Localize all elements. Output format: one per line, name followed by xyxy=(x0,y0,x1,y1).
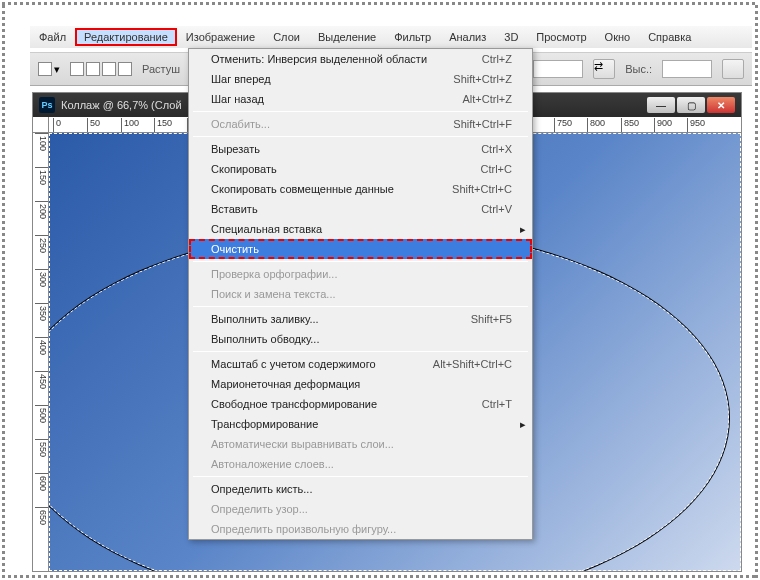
menu-item[interactable]: Определить кисть... xyxy=(189,479,532,499)
marquee-icon xyxy=(38,62,52,76)
menu-item-shortcut: Alt+Shift+Ctrl+C xyxy=(433,358,512,370)
jagged-edge-right xyxy=(755,2,758,578)
menu-item-label: Поиск и замена текста... xyxy=(211,288,336,300)
menu-item[interactable]: Шаг назадAlt+Ctrl+Z xyxy=(189,89,532,109)
ruler-tick: 100 xyxy=(121,118,139,132)
menu-separator xyxy=(193,136,528,137)
menu-edit[interactable]: Редактирование xyxy=(75,28,177,46)
menu-item-label: Определить узор... xyxy=(211,503,308,515)
menu-item[interactable]: Выполнить обводку... xyxy=(189,329,532,349)
menu-select[interactable]: Выделение xyxy=(309,28,385,46)
ruler-tick: 450 xyxy=(35,371,48,389)
menu-item-label: Автоматически выравнивать слои... xyxy=(211,438,394,450)
ruler-tick: 400 xyxy=(35,337,48,355)
menu-item: Определить произвольную фигуру... xyxy=(189,519,532,539)
menu-file[interactable]: Файл xyxy=(30,28,75,46)
selection-subtract-icon[interactable] xyxy=(102,62,116,76)
menu-item[interactable]: ВставитьCtrl+V xyxy=(189,199,532,219)
selection-intersect-icon[interactable] xyxy=(118,62,132,76)
menu-item[interactable]: Марионеточная деформация xyxy=(189,374,532,394)
menu-item-label: Выполнить заливку... xyxy=(211,313,319,325)
ruler-tick: 100 xyxy=(35,133,48,151)
menu-item-label: Очистить xyxy=(211,243,259,255)
submenu-arrow-icon: ▸ xyxy=(520,223,526,236)
menu-item: Поиск и замена текста... xyxy=(189,284,532,304)
ruler-tick: 950 xyxy=(687,118,705,132)
menu-item-shortcut: Ctrl+V xyxy=(481,203,512,215)
menu-item-label: Шаг назад xyxy=(211,93,264,105)
menu-item-shortcut: Shift+Ctrl+Z xyxy=(453,73,512,85)
close-button[interactable]: ✕ xyxy=(707,97,735,113)
ruler-tick: 50 xyxy=(87,118,100,132)
selection-new-icon[interactable] xyxy=(70,62,84,76)
menu-item[interactable]: Выполнить заливку...Shift+F5 xyxy=(189,309,532,329)
menu-item[interactable]: Масштаб с учетом содержимогоAlt+Shift+Ct… xyxy=(189,354,532,374)
menu-item-label: Марионеточная деформация xyxy=(211,378,360,390)
menu-item-shortcut: Ctrl+Z xyxy=(482,53,512,65)
menu-item-shortcut: Ctrl+X xyxy=(481,143,512,155)
menu-filter[interactable]: Фильтр xyxy=(385,28,440,46)
menu-item-shortcut: Shift+Ctrl+F xyxy=(453,118,512,130)
toolbar-btn-end[interactable] xyxy=(722,59,744,79)
ruler-tick: 150 xyxy=(154,118,172,132)
menu-item-label: Определить кисть... xyxy=(211,483,312,495)
menu-item[interactable]: Отменить: Инверсия выделенной областиCtr… xyxy=(189,49,532,69)
height-input[interactable] xyxy=(662,60,712,78)
ruler-tick: 650 xyxy=(35,507,48,525)
width-input[interactable] xyxy=(533,60,583,78)
menu-item[interactable]: Специальная вставка▸ xyxy=(189,219,532,239)
feather-label: Растуш xyxy=(142,63,180,75)
ruler-tick: 150 xyxy=(35,167,48,185)
menu-item-shortcut: Ctrl+C xyxy=(481,163,512,175)
menu-item-label: Отменить: Инверсия выделенной области xyxy=(211,53,427,65)
ruler-corner xyxy=(33,117,49,133)
jagged-edge-top xyxy=(2,2,758,5)
menu-item: Определить узор... xyxy=(189,499,532,519)
menu-item[interactable]: Очистить xyxy=(189,239,532,259)
selection-add-icon[interactable] xyxy=(86,62,100,76)
menu-image[interactable]: Изображение xyxy=(177,28,264,46)
maximize-button[interactable]: ▢ xyxy=(677,97,705,113)
submenu-arrow-icon: ▸ xyxy=(520,418,526,431)
menu-item-shortcut: Alt+Ctrl+Z xyxy=(462,93,512,105)
menu-layers[interactable]: Слои xyxy=(264,28,309,46)
menu-item-shortcut: Shift+Ctrl+C xyxy=(452,183,512,195)
menu-item: Проверка орфографии... xyxy=(189,264,532,284)
menu-item-shortcut: Ctrl+T xyxy=(482,398,512,410)
marquee-tool-picker[interactable]: ▾ xyxy=(38,62,60,76)
ruler-vertical[interactable]: 100150200250300350400450500550600650 xyxy=(33,133,49,571)
menu-item-label: Специальная вставка xyxy=(211,223,322,235)
menu-analysis[interactable]: Анализ xyxy=(440,28,495,46)
menu-item[interactable]: ВырезатьCtrl+X xyxy=(189,139,532,159)
ruler-tick: 850 xyxy=(621,118,639,132)
minimize-button[interactable]: — xyxy=(647,97,675,113)
menu-item[interactable]: Трансформирование▸ xyxy=(189,414,532,434)
ruler-tick: 500 xyxy=(35,405,48,423)
menu-item: Ослабить...Shift+Ctrl+F xyxy=(189,114,532,134)
menu-item-label: Скопировать xyxy=(211,163,277,175)
menu-window[interactable]: Окно xyxy=(596,28,640,46)
menu-item[interactable]: Шаг впередShift+Ctrl+Z xyxy=(189,69,532,89)
jagged-edge-bottom xyxy=(2,575,758,578)
ruler-tick: 800 xyxy=(587,118,605,132)
menu-item-label: Вырезать xyxy=(211,143,260,155)
menu-separator xyxy=(193,261,528,262)
menu-3d[interactable]: 3D xyxy=(495,28,527,46)
ruler-tick: 250 xyxy=(35,235,48,253)
jagged-edge-left xyxy=(2,2,5,578)
menu-separator xyxy=(193,306,528,307)
menu-item[interactable]: Свободное трансформированиеCtrl+T xyxy=(189,394,532,414)
menu-item-label: Автоналожение слоев... xyxy=(211,458,334,470)
edit-menu-dropdown: Отменить: Инверсия выделенной областиCtr… xyxy=(188,48,533,540)
menu-item-label: Ослабить... xyxy=(211,118,270,130)
menu-item: Автоналожение слоев... xyxy=(189,454,532,474)
chevron-down-icon: ▾ xyxy=(54,63,60,76)
menu-item: Автоматически выравнивать слои... xyxy=(189,434,532,454)
menu-view[interactable]: Просмотр xyxy=(527,28,595,46)
menu-separator xyxy=(193,351,528,352)
menu-item[interactable]: Скопировать совмещенные данныеShift+Ctrl… xyxy=(189,179,532,199)
menu-help[interactable]: Справка xyxy=(639,28,700,46)
menu-separator xyxy=(193,111,528,112)
swap-dims-button[interactable]: ⇄ xyxy=(593,59,615,79)
menu-item[interactable]: СкопироватьCtrl+C xyxy=(189,159,532,179)
